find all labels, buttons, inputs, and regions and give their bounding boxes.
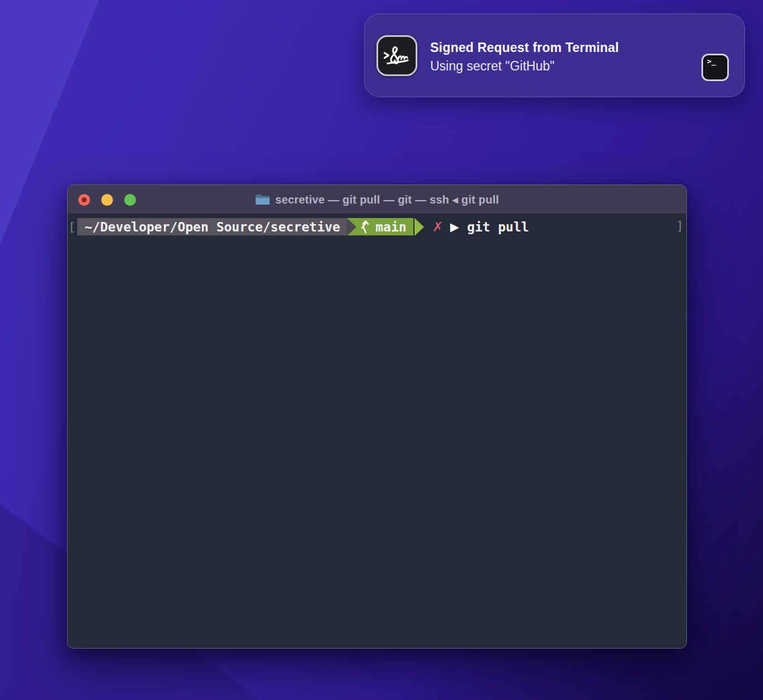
notification-banner[interactable]: Signed Request from Terminal Using secre…	[364, 13, 745, 97]
git-branch-icon	[361, 220, 370, 234]
exit-status-mark: ✗	[432, 219, 444, 235]
close-button[interactable]	[78, 194, 90, 206]
cwd-path-segment: ~/Developer/Open Source/secretive	[77, 218, 347, 235]
close-button-dot	[82, 197, 87, 202]
cwd-path-text: ~/Developer/Open Source/secretive	[84, 220, 340, 234]
window-titlebar[interactable]: secretive — git pull — git — ssh ◂ git p…	[68, 185, 686, 214]
zoom-button[interactable]	[124, 194, 136, 206]
terminal-window: secretive — git pull — git — ssh ◂ git p…	[67, 185, 687, 649]
powerline-separator	[347, 218, 356, 236]
folder-proxy-icon	[255, 193, 270, 206]
git-branch-name: main	[375, 220, 406, 234]
prompt-right-bracket: ]	[676, 219, 684, 233]
secretive-signature-icon	[376, 35, 417, 76]
powerline-separator	[415, 218, 424, 236]
typed-command: git pull	[467, 220, 529, 234]
git-branch-segment: main	[347, 218, 413, 235]
notification-subtitle: Using secret "GitHub"	[430, 59, 619, 74]
window-title: secretive — git pull — git — ssh ◂ git p…	[275, 193, 499, 206]
terminal-app-icon: >_	[701, 54, 729, 81]
minimize-button[interactable]	[101, 194, 113, 206]
notification-title: Signed Request from Terminal	[430, 40, 619, 55]
terminal-prompt-glyph: >_	[707, 57, 716, 65]
prompt-arrow-icon: ▶	[450, 220, 459, 234]
terminal-content[interactable]: [ ~/Developer/Open Source/secretive main…	[68, 218, 686, 649]
shell-prompt-line: [ ~/Developer/Open Source/secretive main…	[68, 218, 686, 235]
prompt-left-bracket: [	[68, 220, 76, 234]
